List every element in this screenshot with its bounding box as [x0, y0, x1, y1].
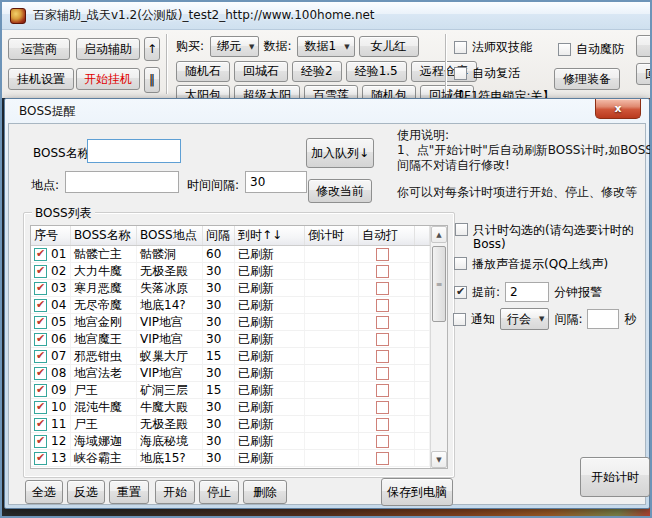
notify-interval-input[interactable] [587, 309, 619, 329]
scroll-up-button[interactable]: ↑ [144, 37, 160, 61]
location-label: 地点: [31, 177, 59, 194]
scrollbar-thumb[interactable]: ≡ [432, 246, 446, 322]
table-row[interactable]: 12 海域娜迦 海底秘境 30 已刷新 [31, 433, 430, 450]
table-row[interactable]: 05 地宫金刚 VIP地宫 30 已刷新 [31, 314, 430, 331]
only-checked-checkbox[interactable] [455, 223, 468, 236]
col-header-name[interactable]: BOSS名称 [71, 226, 137, 245]
auto-magic-defense-option[interactable]: 自动魔防 [558, 41, 624, 58]
row-select-checkbox[interactable] [34, 435, 47, 448]
add-queue-button[interactable]: 加入队列↓ [306, 138, 374, 168]
launch-assist-button[interactable]: 启动辅助 [76, 38, 140, 60]
play-sound-checkbox[interactable] [454, 257, 467, 270]
toolbar-item-button[interactable]: 经验1.5 [346, 61, 407, 82]
save-to-pc-button[interactable]: 保存到电脑 [381, 478, 453, 506]
row-select-checkbox[interactable] [34, 418, 47, 431]
time-interval-input[interactable] [245, 171, 307, 193]
buy-select[interactable]: 绑元▼ [210, 36, 259, 57]
row-autohit-checkbox[interactable] [376, 367, 389, 380]
row-select-checkbox[interactable] [34, 333, 47, 346]
table-row[interactable]: 11 尸王 无极圣殿 30 已刷新 [31, 416, 430, 433]
start-timer-button[interactable]: 开始计时 [580, 457, 650, 497]
auto-revive-option[interactable]: 自动复活 [454, 65, 520, 82]
close-icon[interactable]: x [595, 99, 641, 119]
notify-target-select[interactable]: 行会▼ [500, 308, 549, 330]
invert-select-button[interactable]: 反选 [67, 480, 105, 504]
modify-current-button[interactable]: 修改当前 [308, 179, 372, 203]
row-autohit-checkbox[interactable] [376, 418, 389, 431]
scrollbar-down-icon[interactable]: ▼ [431, 451, 447, 468]
row-autohit-checkbox[interactable] [376, 265, 389, 278]
col-header-countdown[interactable]: 倒计时 [305, 226, 359, 245]
table-row[interactable]: 02 大力牛魔 无极圣殿 30 已刷新 [31, 263, 430, 280]
scrollbar-up-icon[interactable]: ▲ [431, 226, 447, 243]
row-autohit-checkbox[interactable] [376, 333, 389, 346]
mage-double-skill-checkbox[interactable] [454, 41, 467, 54]
table-row[interactable]: 03 寒月恶魔 失落冰原 30 已刷新 [31, 280, 430, 297]
table-row[interactable]: 06 地宫魔王 VIP地宫 30 已刷新 [31, 331, 430, 348]
toolbar-item-button[interactable]: 随机石 [176, 61, 230, 82]
toolbar-item-button[interactable]: 回城石 [234, 61, 288, 82]
location-input[interactable] [65, 171, 179, 193]
boss-name-input[interactable] [87, 139, 181, 163]
stop-button[interactable]: 停止 [199, 480, 239, 504]
row-autohit-checkbox[interactable] [376, 316, 389, 329]
auto-magic-defense-checkbox[interactable] [558, 43, 571, 56]
row-autohit-checkbox[interactable] [376, 299, 389, 312]
row-select-checkbox[interactable] [34, 248, 47, 261]
pre-alert-minutes-input[interactable] [505, 282, 549, 302]
mage-double-skill-option[interactable]: 法师双技能 [454, 39, 532, 56]
clipped-right-button-1[interactable] [636, 35, 652, 57]
play-sound-option[interactable]: 播放声音提示(QQ上线声) [454, 257, 608, 271]
row-select-checkbox[interactable] [34, 282, 47, 295]
toolbar-item-button[interactable]: 经验2 [292, 61, 342, 82]
start-button[interactable]: 开始 [155, 480, 195, 504]
col-header-place[interactable]: BOSS地点 [137, 226, 203, 245]
col-header-autohit[interactable]: 自动打 [359, 226, 415, 245]
select-all-button[interactable]: 全选 [25, 480, 63, 504]
row-select-checkbox[interactable] [34, 367, 47, 380]
row-select-checkbox[interactable] [34, 350, 47, 363]
col-header-duetime-sort[interactable]: 到时↑↓ [235, 226, 305, 245]
data-select[interactable]: 数据1▼ [297, 36, 354, 57]
table-row[interactable]: 04 无尽帝魔 地底14? 30 已刷新 [31, 297, 430, 314]
col-header-num[interactable]: 序号 [31, 226, 71, 245]
row-select-checkbox[interactable] [34, 401, 47, 414]
table-row[interactable]: 09 尸王 矿洞三层 15 已刷新 [31, 382, 430, 399]
notify-checkbox[interactable] [453, 313, 466, 326]
row-autohit-checkbox[interactable] [376, 282, 389, 295]
table-row[interactable]: 07 邪恶钳虫 蚁巢大厅 15 已刷新 [31, 348, 430, 365]
hang-settings-button[interactable]: 挂机设置 [8, 68, 74, 90]
row-select-checkbox[interactable] [34, 265, 47, 278]
pre-alert-option[interactable]: 提前: 分钟报警 [454, 282, 602, 302]
row-num: 10 [51, 400, 66, 414]
row-autohit-checkbox[interactable] [376, 401, 389, 414]
table-row[interactable]: 08 地宫法老 VIP地宫 30 已刷新 [31, 365, 430, 382]
col-header-interval[interactable]: 间隔 [203, 226, 235, 245]
row-select-checkbox[interactable] [34, 299, 47, 312]
row-select-checkbox[interactable] [34, 452, 47, 465]
row-autohit-checkbox[interactable] [376, 452, 389, 465]
row-select-checkbox[interactable] [34, 316, 47, 329]
table-row[interactable]: 10 混沌牛魔 牛魔大殿 30 已刷新 [31, 399, 430, 416]
table-row[interactable]: 01 骷髅亡主 骷髅洞 60 已刷新 [31, 246, 430, 263]
row-select-checkbox[interactable] [34, 384, 47, 397]
repair-equipment-button[interactable]: 修理装备 [554, 68, 620, 90]
clipped-right-button-2[interactable]: 回 [636, 63, 652, 85]
nverhong-button[interactable]: 女儿红 [359, 36, 419, 57]
auto-revive-checkbox[interactable] [454, 67, 467, 80]
row-autohit-checkbox[interactable] [376, 435, 389, 448]
row-autohit-checkbox[interactable] [376, 384, 389, 397]
row-autohit-checkbox[interactable] [376, 248, 389, 261]
table-row[interactable]: 13 峡谷霸主 地底15? 30 已刷新 [31, 450, 430, 467]
reset-button[interactable]: 重置 [109, 480, 149, 504]
row-autohit-checkbox[interactable] [376, 350, 389, 363]
row-boss-name: 大力牛魔 [71, 263, 137, 279]
operator-button[interactable]: 运营商 [8, 38, 70, 60]
delete-button[interactable]: 删除 [243, 480, 287, 504]
start-hang-button[interactable]: 开始挂机 [76, 68, 140, 90]
pre-alert-checkbox[interactable] [454, 286, 467, 299]
table-scrollbar[interactable]: ▲ ≡ ▼ [430, 226, 447, 468]
only-checked-option[interactable]: 只计时勾选的(请勾选要计时的Boss) [455, 223, 651, 251]
pause-button[interactable]: ‖ [144, 67, 160, 93]
notify-option[interactable]: 通知 行会▼ 间隔: 秒 [453, 308, 636, 330]
